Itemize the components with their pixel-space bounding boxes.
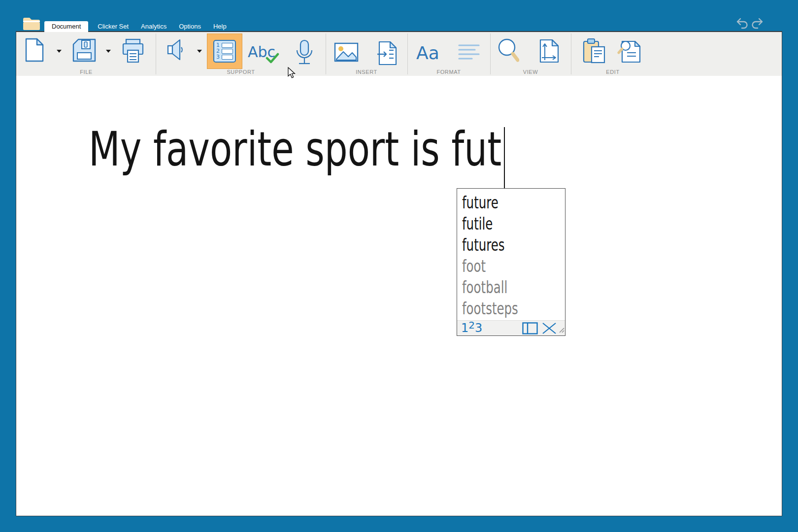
menu-tab-row: Document Clicker Set Analytics Options H… — [44, 21, 230, 32]
review-document-button[interactable] — [617, 39, 643, 66]
print-button[interactable] — [122, 38, 144, 65]
undo-button[interactable] — [736, 17, 749, 30]
prediction-word[interactable]: footsteps — [462, 298, 565, 319]
toolbar-separator — [156, 33, 156, 74]
undo-icon — [736, 17, 749, 30]
speak-button[interactable] — [167, 38, 185, 63]
group-label-file: FILE — [80, 69, 93, 75]
toolbar-separator — [571, 33, 571, 74]
save-button[interactable] — [72, 38, 97, 65]
number-keys-button[interactable]: 123 — [461, 322, 482, 335]
tab-clicker-set[interactable]: Clicker Set — [95, 21, 132, 32]
document-editing-area[interactable]: My favorite sport is fut future futile f… — [16, 76, 782, 516]
close-icon — [542, 322, 557, 334]
insert-document-button[interactable] — [377, 41, 397, 67]
microphone-icon — [295, 39, 314, 67]
app-folder-button[interactable] — [22, 15, 41, 32]
resize-grip-icon — [559, 328, 565, 333]
prediction-word[interactable]: football — [462, 277, 565, 298]
font-aa-label: Aa — [416, 43, 439, 63]
prediction-popup-footer: 123 — [457, 320, 565, 335]
zoom-view-button[interactable] — [498, 38, 519, 66]
tab-options[interactable]: Options — [176, 21, 204, 32]
prediction-word[interactable]: future — [462, 192, 565, 213]
wp-icon-bar — [222, 55, 233, 60]
new-document-button[interactable] — [25, 38, 44, 64]
prediction-word[interactable]: futile — [462, 213, 565, 234]
picture-icon — [334, 42, 359, 62]
wp-icon-number: 2 — [216, 49, 220, 54]
document-text: My favorite sport is fut — [89, 126, 501, 173]
save-dropdown[interactable] — [106, 50, 111, 53]
paste-clipboard-icon — [583, 38, 606, 64]
folder-icon — [22, 15, 41, 32]
word-prediction-icon: 1 2 3 — [213, 40, 236, 63]
wp-icon-number: 1 — [216, 43, 220, 48]
magnifier-icon — [498, 38, 519, 64]
print-icon — [122, 38, 144, 63]
save-icon — [72, 38, 97, 63]
text-caret — [504, 127, 505, 188]
tab-help[interactable]: Help — [210, 21, 230, 32]
font-format-button[interactable]: Aa — [416, 43, 439, 63]
insert-picture-button[interactable] — [334, 42, 359, 64]
word-prediction-button[interactable]: 1 2 3 — [207, 33, 242, 69]
wp-icon-number: 3 — [216, 55, 220, 60]
microphone-button[interactable] — [295, 39, 314, 69]
page-setup-button[interactable] — [539, 39, 559, 65]
spellcheck-button[interactable]: Abc — [248, 43, 275, 61]
group-label-support: SUPPORT — [227, 69, 255, 75]
group-label-view: VIEW — [523, 69, 538, 75]
dock-panel-button[interactable] — [522, 322, 538, 336]
paragraph-format-button[interactable] — [458, 44, 480, 63]
speak-dropdown[interactable] — [197, 50, 202, 53]
tab-analytics[interactable]: Analytics — [138, 21, 169, 32]
review-search-icon — [617, 39, 643, 64]
tab-document[interactable]: Document — [44, 21, 88, 32]
prediction-word[interactable]: futures — [462, 234, 565, 256]
paragraph-lines-icon — [458, 44, 480, 61]
resize-grip[interactable] — [559, 326, 565, 335]
prediction-word[interactable]: foot — [462, 256, 565, 277]
group-label-edit: EDIT — [606, 69, 619, 75]
ribbon-toolbar: FILE 1 2 3 Abc SUPPORT — [16, 32, 782, 76]
new-document-dropdown[interactable] — [57, 50, 62, 53]
word-prediction-popup: future futile futures foot football foot… — [457, 188, 565, 336]
paste-button[interactable] — [583, 38, 606, 66]
check-icon — [266, 53, 279, 64]
wp-icon-bar — [222, 49, 233, 54]
group-label-insert: INSERT — [356, 69, 377, 75]
split-panel-icon — [522, 322, 538, 334]
insert-document-icon — [377, 41, 397, 66]
group-label-format: FORMAT — [436, 69, 461, 75]
new-document-icon — [25, 38, 44, 62]
speaker-icon — [167, 38, 185, 61]
prediction-word-list: future futile futures foot football foot… — [457, 189, 565, 320]
wp-icon-bar — [222, 43, 233, 48]
redo-icon — [751, 17, 764, 30]
close-popup-button[interactable] — [542, 322, 557, 336]
redo-button[interactable] — [751, 17, 764, 30]
toolbar-separator — [326, 33, 326, 74]
toolbar-separator — [490, 33, 491, 74]
toolbar-separator — [407, 33, 408, 74]
page-setup-icon — [539, 39, 559, 63]
